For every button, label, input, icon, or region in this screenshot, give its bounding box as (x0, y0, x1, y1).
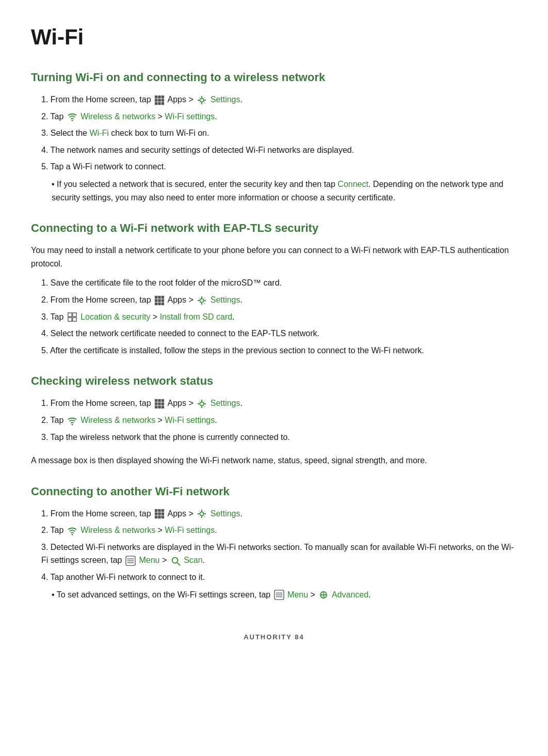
connect-link: Connect (337, 180, 368, 188)
settings-link-3: Settings (211, 399, 240, 407)
advanced-link-1: Advanced (332, 590, 368, 599)
step-list-3: From the Home screen, tap Apps > Setting… (31, 397, 517, 444)
section-heading-1: Turning Wi-Fi on and connecting to a wir… (31, 69, 517, 86)
step-list-1: From the Home screen, tap Apps > Setting… (31, 93, 517, 174)
step-2-2: From the Home screen, tap Apps > Setting… (41, 293, 517, 307)
section-checking-status: Checking wireless network status From th… (31, 372, 517, 467)
main-content: Turning Wi-Fi on and connecting to a wir… (31, 69, 517, 601)
bullet-list-1: If you selected a network that is secure… (31, 178, 517, 204)
wireless-icon-3 (67, 526, 77, 536)
bullet-4-1: To set advanced settings, on the Wi-Fi s… (52, 588, 517, 602)
section-turning-wifi-on: Turning Wi-Fi on and connecting to a wir… (31, 69, 517, 204)
step-1-5: Tap a Wi-Fi network to connect. (41, 160, 517, 174)
step-1-1: From the Home screen, tap Apps > Setting… (41, 93, 517, 106)
wifi-link-1: Wi-Fi (89, 129, 108, 137)
section-heading-2: Connecting to a Wi-Fi network with EAP-T… (31, 219, 517, 237)
wireless-networks-link-2: Wireless & networks (80, 416, 155, 424)
checking-status-outro: A message box is then displayed showing … (31, 454, 517, 467)
apps-icon-1 (154, 95, 165, 105)
scan-icon-1 (170, 556, 181, 566)
wireless-networks-link-1: Wireless & networks (80, 112, 155, 121)
page-title: Wi-Fi (31, 21, 517, 53)
step-3-2: Tap Wireless & networks > Wi-Fi settings… (41, 414, 517, 427)
step-2-3: Tap Location & security > Install from S… (41, 310, 517, 324)
step-2-1: Save the certificate file to the root fo… (41, 276, 517, 290)
apps-icon-3 (154, 399, 165, 409)
page-footer: AUTHORITY 84 (31, 632, 517, 642)
wireless-icon-2 (67, 416, 77, 426)
wifi-settings-link-3: Wi-Fi settings (165, 526, 215, 534)
settings-link-2: Settings (211, 295, 240, 304)
settings-link-1: Settings (211, 95, 240, 104)
advanced-icon-1 (318, 590, 329, 600)
menu-link-2: Menu (287, 590, 308, 599)
location-security-link: Location & security (80, 312, 150, 321)
step-2-4: Select the network certificate needed to… (41, 327, 517, 340)
section-heading-3: Checking wireless network status (31, 372, 517, 389)
wifi-settings-link-2: Wi-Fi settings (165, 416, 215, 424)
location-icon-1 (67, 312, 77, 322)
settings-icon-2 (197, 295, 207, 306)
step-list-2: Save the certificate file to the root fo… (31, 276, 517, 357)
settings-icon-3 (197, 399, 207, 409)
step-3-3: Tap the wireless network that the phone … (41, 431, 517, 444)
step-4-4: Tap another Wi-Fi network to connect to … (41, 571, 517, 584)
bullet-1-1: If you selected a network that is secure… (52, 178, 517, 204)
step-4-2: Tap Wireless & networks > Wi-Fi settings… (41, 524, 517, 537)
step-1-2: Tap Wireless & networks > Wi-Fi settings… (41, 110, 517, 123)
wireless-networks-link-3: Wireless & networks (80, 526, 155, 534)
install-sd-link: Install from SD card (160, 312, 232, 321)
wireless-icon-1 (67, 112, 77, 122)
step-2-5: After the certificate is installed, foll… (41, 344, 517, 357)
menu-link-1: Menu (139, 556, 159, 564)
section-eap-tls: Connecting to a Wi-Fi network with EAP-T… (31, 219, 517, 357)
apps-icon-2 (154, 295, 165, 306)
scan-link-1: Scan (184, 556, 202, 564)
settings-icon-4 (197, 509, 207, 519)
menu-icon-2 (274, 590, 284, 600)
section-connecting-another: Connecting to another Wi-Fi network From… (31, 483, 517, 602)
bullet-list-4: To set advanced settings, on the Wi-Fi s… (31, 588, 517, 602)
step-3-1: From the Home screen, tap Apps > Setting… (41, 397, 517, 410)
step-4-3: Detected Wi-Fi networks are displayed in… (41, 541, 517, 567)
settings-link-4: Settings (211, 509, 240, 518)
step-1-4: The network names and security settings … (41, 144, 517, 157)
settings-icon-1 (197, 95, 207, 105)
section-heading-4: Connecting to another Wi-Fi network (31, 483, 517, 500)
step-4-1: From the Home screen, tap Apps > Setting… (41, 507, 517, 521)
wifi-settings-link-1: Wi-Fi settings (165, 112, 215, 121)
apps-icon-4 (154, 509, 165, 519)
step-1-3: Select the Wi-Fi check box to turn Wi-Fi… (41, 127, 517, 140)
step-list-4: From the Home screen, tap Apps > Setting… (31, 507, 517, 584)
menu-icon-1 (125, 556, 136, 566)
eap-tls-intro: You may need to install a network certif… (31, 244, 517, 270)
